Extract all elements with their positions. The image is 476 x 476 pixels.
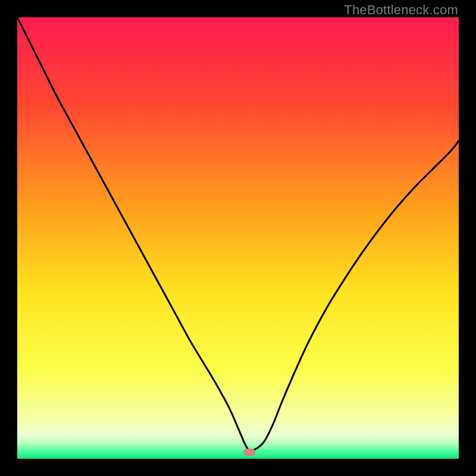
- watermark-text: TheBottleneck.com: [344, 2, 458, 18]
- plot-area: [17, 17, 459, 459]
- bottleneck-curve: [17, 17, 459, 459]
- optimum-marker: [243, 449, 255, 456]
